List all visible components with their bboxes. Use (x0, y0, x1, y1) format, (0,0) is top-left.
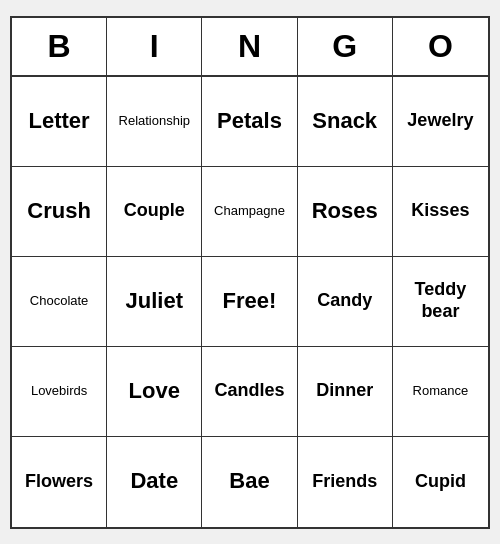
bingo-cell: Juliet (107, 257, 202, 347)
bingo-cell: Love (107, 347, 202, 437)
bingo-grid: LetterRelationshipPetalsSnackJewelryCrus… (12, 77, 488, 527)
bingo-cell: Champagne (202, 167, 297, 257)
cell-text: Chocolate (30, 293, 89, 309)
bingo-cell: Jewelry (393, 77, 488, 167)
cell-text: Petals (217, 108, 282, 134)
bingo-cell: Friends (298, 437, 393, 527)
cell-text: Love (129, 378, 180, 404)
cell-text: Relationship (119, 113, 191, 129)
cell-text: Flowers (25, 471, 93, 493)
bingo-cell: Kisses (393, 167, 488, 257)
bingo-cell: Couple (107, 167, 202, 257)
cell-text: Teddy bear (399, 279, 482, 322)
bingo-cell: Candy (298, 257, 393, 347)
cell-text: Candles (214, 380, 284, 402)
cell-text: Romance (413, 383, 469, 399)
bingo-cell: Crush (12, 167, 107, 257)
bingo-cell: Lovebirds (12, 347, 107, 437)
cell-text: Champagne (214, 203, 285, 219)
bingo-cell: Candles (202, 347, 297, 437)
cell-text: Roses (312, 198, 378, 224)
bingo-cell: Dinner (298, 347, 393, 437)
bingo-cell: Flowers (12, 437, 107, 527)
bingo-cell: Romance (393, 347, 488, 437)
bingo-cell: Cupid (393, 437, 488, 527)
cell-text: Lovebirds (31, 383, 87, 399)
header-letter: N (202, 18, 297, 75)
cell-text: Juliet (126, 288, 183, 314)
cell-text: Jewelry (407, 110, 473, 132)
bingo-cell: Teddy bear (393, 257, 488, 347)
bingo-cell: Chocolate (12, 257, 107, 347)
bingo-cell: Date (107, 437, 202, 527)
bingo-cell: Snack (298, 77, 393, 167)
cell-text: Candy (317, 290, 372, 312)
cell-text: Snack (312, 108, 377, 134)
header-letter: I (107, 18, 202, 75)
bingo-cell: Free! (202, 257, 297, 347)
bingo-cell: Petals (202, 77, 297, 167)
bingo-cell: Roses (298, 167, 393, 257)
cell-text: Couple (124, 200, 185, 222)
cell-text: Bae (229, 468, 269, 494)
header-letter: G (298, 18, 393, 75)
cell-text: Date (130, 468, 178, 494)
bingo-card: BINGO LetterRelationshipPetalsSnackJewel… (10, 16, 490, 529)
bingo-cell: Letter (12, 77, 107, 167)
header-letter: O (393, 18, 488, 75)
bingo-cell: Relationship (107, 77, 202, 167)
cell-text: Free! (223, 288, 277, 314)
cell-text: Friends (312, 471, 377, 493)
cell-text: Dinner (316, 380, 373, 402)
cell-text: Kisses (411, 200, 469, 222)
cell-text: Letter (29, 108, 90, 134)
bingo-header: BINGO (12, 18, 488, 77)
bingo-cell: Bae (202, 437, 297, 527)
header-letter: B (12, 18, 107, 75)
cell-text: Crush (27, 198, 91, 224)
cell-text: Cupid (415, 471, 466, 493)
